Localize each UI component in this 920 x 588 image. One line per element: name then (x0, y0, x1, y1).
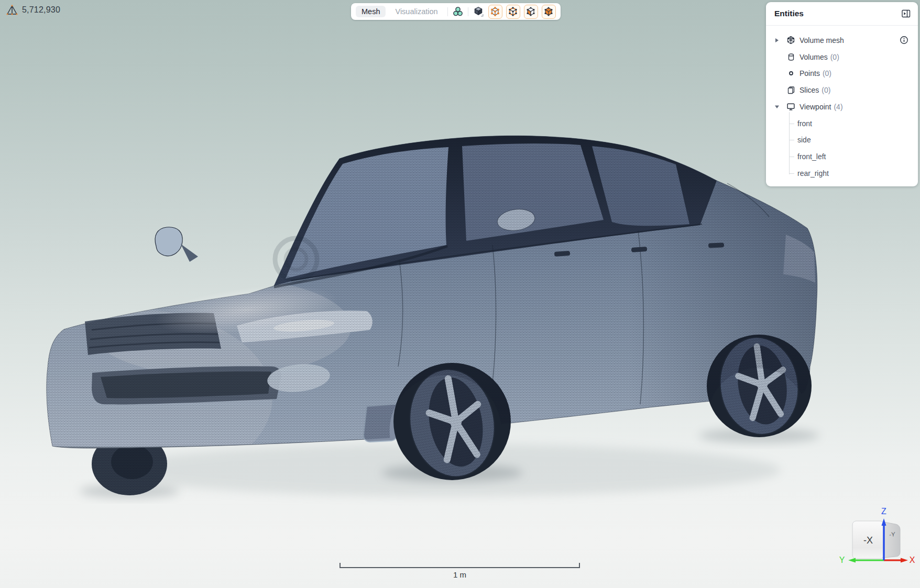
cube-solid-orange-icon (543, 6, 554, 17)
orientation-gizmo[interactable]: -X -Y Y X Z (836, 504, 917, 582)
left-mirror (155, 227, 182, 256)
mesh-mode-nodes-button[interactable] (506, 5, 520, 19)
entities-tree: Volume mesh Volumes (0) P (766, 26, 918, 182)
viewpoint-item-front[interactable]: front (766, 115, 918, 132)
cube-wireframe-vertices-icon (490, 6, 500, 17)
molecule-icon (452, 6, 464, 17)
tree-item-points[interactable]: Points (0) (766, 65, 918, 82)
entities-panel: Entities Volume mesh (766, 2, 918, 186)
tab-visualization[interactable]: Visualization (389, 6, 443, 17)
tree-item-volume-mesh[interactable]: Volume mesh (766, 32, 918, 49)
mesh-count-value: 5,712,930 (22, 5, 60, 15)
viewpoint-children: front side front_left rear_right (766, 115, 918, 182)
axis-x-label: X (910, 556, 915, 564)
view-cube[interactable]: -X -Y (852, 521, 900, 559)
scale-bar-label: 1 m (339, 570, 580, 579)
tetrahedron-mesh-icon (6, 4, 18, 16)
axis-z-label: Z (881, 507, 886, 516)
slices-icon (786, 86, 795, 94)
cube-face-side-label: -Y (889, 531, 895, 538)
axis-y-label: Y (839, 556, 845, 564)
mesh-mode-vertices-button[interactable] (488, 5, 502, 19)
chevron-down-icon[interactable] (773, 105, 781, 109)
viewpoint-item-rear-right[interactable]: rear_right (766, 165, 918, 182)
collapse-panel-icon[interactable] (902, 9, 911, 18)
toolbar-separator (468, 7, 468, 16)
monitor-icon (786, 102, 795, 111)
panel-title: Entities (774, 9, 804, 18)
view-toolbar: Mesh Visualization (351, 3, 561, 20)
solid-cube-menu-button[interactable] (472, 5, 485, 18)
chevron-right-icon[interactable] (773, 38, 781, 43)
cylinder-icon (786, 53, 795, 61)
toolbar-separator (447, 7, 448, 16)
info-icon[interactable] (900, 36, 908, 45)
cube-face-front-label: -X (863, 535, 873, 546)
solid-cube-icon (473, 6, 484, 17)
scale-bar: 1 m (339, 563, 580, 579)
cube-wireframe-nodes-icon (508, 6, 518, 17)
mesh-counter: 5,712,930 (6, 4, 60, 16)
viewpoint-item-side[interactable]: side (766, 132, 918, 149)
scale-bar-line (339, 563, 580, 568)
mesh-mode-faces-button[interactable] (524, 5, 538, 19)
cube-half-faces-icon (525, 6, 536, 17)
viewpoint-item-front-left[interactable]: front_left (766, 148, 918, 165)
point-icon (786, 69, 795, 77)
tree-item-label: Volume mesh (799, 36, 844, 45)
viewport-canvas[interactable]: 5,712,930 Mesh Visualization (0, 0, 920, 588)
mesh-mode-solid-button[interactable] (542, 5, 556, 19)
volume-mesh-icon (786, 36, 795, 45)
tree-item-slices[interactable]: Slices (0) (766, 82, 918, 98)
tree-item-volumes[interactable]: Volumes (0) (766, 49, 918, 65)
molecule-groups-button[interactable] (452, 5, 464, 18)
tab-mesh[interactable]: Mesh (356, 6, 386, 17)
